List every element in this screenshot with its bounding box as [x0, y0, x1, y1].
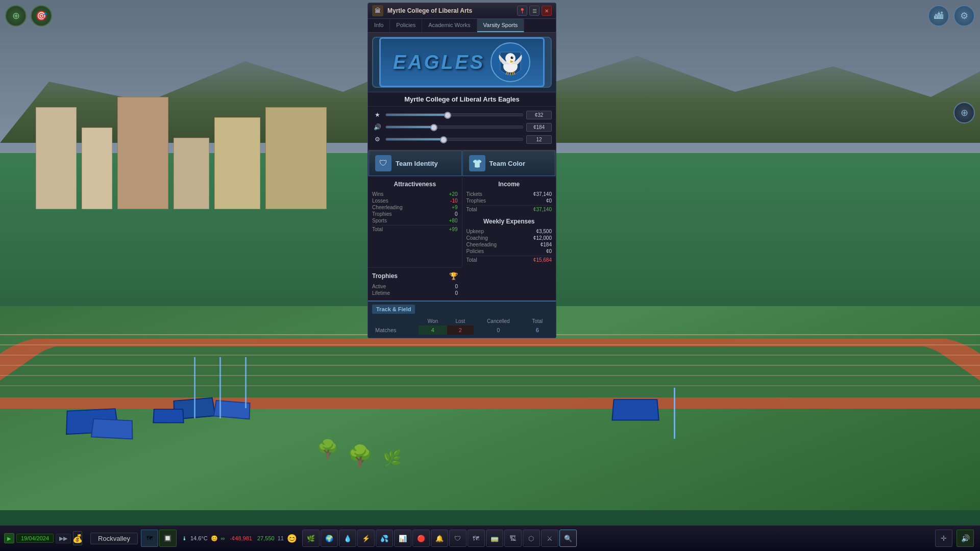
th-won: Won [419, 317, 447, 325]
team-color-button[interactable]: 👕 Team Color [462, 151, 556, 176]
stat-total-income-value: ¢37,140 [533, 207, 552, 212]
menu-button[interactable]: ⊕ [5, 5, 27, 27]
tool-zone[interactable]: 🌍 [321, 530, 338, 547]
row-matches-lost: 2 [447, 325, 474, 335]
stat-active-label: Active [372, 284, 386, 289]
stat-coaching: Coaching ¢12,000 [467, 235, 552, 241]
play-button[interactable]: ▶ [4, 533, 14, 543]
stat-trophies-attr-value: 0 [455, 211, 458, 217]
tab-info[interactable]: Info [368, 19, 390, 32]
stat-trophies-attr: Trophies 0 [372, 211, 458, 217]
tool-alert[interactable]: 🔔 [431, 530, 448, 547]
stat-upkeep: Upkeep ¢3,500 [467, 228, 552, 235]
toolbar-icons: 🌿 🌍 💧 ⚡ 💦 📊 🔴 🔔 🛡 🗺 🚃 🏗 ⬡ ⚔ 🔍 [302, 530, 577, 547]
move-button[interactable]: ✛ [935, 530, 952, 547]
panel-title-icons: 📍 ☰ ✕ [517, 6, 552, 16]
slider-fill-2 [386, 126, 434, 128]
tool-map[interactable]: 🗺 [468, 530, 485, 547]
stat-coaching-label: Coaching [467, 235, 488, 241]
stats-row: Attractiveness Wins +20 Losses -10 Cheer… [368, 177, 556, 267]
stat-policies-exp-value: ¢0 [546, 248, 552, 254]
eagle-mascot-svg [490, 42, 531, 83]
panel-close-button[interactable]: ✕ [542, 6, 552, 16]
zone-button[interactable]: 🔲 [159, 530, 177, 547]
tool-bulldoze[interactable]: ⚔ [541, 530, 558, 547]
tool-stats[interactable]: 📊 [394, 530, 411, 547]
slider-track-1[interactable] [385, 113, 523, 116]
tool-police[interactable]: 🛡 [449, 530, 467, 547]
slider-value-2: ¢184 [526, 123, 552, 132]
volume-button[interactable]: 🔊 [957, 530, 974, 547]
stat-policies-exp: Policies ¢0 [467, 248, 552, 255]
stat-cheerleading-exp: Cheerleading ¢184 [467, 241, 552, 248]
panel-titlebar: 🏛 Myrtle College of Liberal Arts 📍 ☰ ✕ [368, 3, 556, 19]
stat-total-attr-value: +99 [449, 227, 458, 232]
compass-icon[interactable]: ⊕ [953, 102, 975, 123]
tool-disaster[interactable]: 🔴 [412, 530, 430, 547]
th-lost: Lost [447, 317, 474, 325]
tool-search[interactable]: 🔍 [559, 530, 577, 547]
trophy-icon: 🏆 [449, 272, 458, 280]
top-left-ui: ⊕ 🎯 [5, 5, 52, 27]
income-title: Income [467, 181, 552, 188]
stat-total-income-label: Total [467, 207, 477, 212]
slider-value-1: ¢32 [526, 111, 552, 119]
sports-table-header: Won Lost Cancelled Total [372, 317, 552, 325]
stats-display: 🌡 14.6°C 😊 ∞ -¢48,981 27,550 11 😊 [182, 534, 297, 543]
tool-build[interactable]: 🏗 [504, 530, 522, 547]
taskbar: ▶ 19/04/2024 ▶▶ 💰 Rockvalley 🗺 🔲 🌡 14.6°… [0, 525, 980, 551]
panel-title-left: 🏛 Myrtle College of Liberal Arts [372, 5, 472, 16]
target-button[interactable]: 🎯 [31, 5, 52, 27]
stat-total-attr: Total +99 [372, 225, 458, 233]
speed-display: 11 [278, 535, 284, 541]
stat-lifetime-label: Lifetime [372, 290, 390, 296]
stat-total-attr-label: Total [372, 227, 383, 232]
panel-title: Myrtle College of Liberal Arts [387, 7, 472, 14]
skip-button[interactable]: ▶▶ [56, 534, 71, 543]
tool-power[interactable]: ⚡ [357, 530, 375, 547]
city-view-button[interactable]: 🏙 [928, 5, 949, 27]
minimap-button[interactable]: 🗺 [141, 530, 158, 547]
date-display: 19/04/2024 [16, 534, 54, 543]
tool-landscape[interactable]: 🌿 [302, 530, 320, 547]
tool-hex[interactable]: ⬡ [523, 530, 540, 547]
tool-road[interactable]: 💧 [339, 530, 356, 547]
stat-policies-exp-label: Policies [467, 248, 484, 254]
stat-total-exp-label: Total [467, 257, 477, 263]
tool-transport[interactable]: 🚃 [486, 530, 503, 547]
stat-cheerleading-label: Cheerleading [372, 205, 403, 210]
slider-thumb-2[interactable] [430, 124, 437, 131]
happiness-display: ∞ [221, 535, 225, 541]
money-button[interactable]: 💰 [73, 531, 82, 545]
team-color-label: Team Color [489, 160, 526, 167]
panel-location-button[interactable]: 📍 [517, 6, 527, 16]
slider-fill-3 [386, 138, 444, 140]
stat-tickets: Tickets ¢37,140 [467, 191, 552, 197]
tab-academic-works[interactable]: Academic Works [422, 19, 477, 32]
panel-list-button[interactable]: ☰ [529, 6, 540, 16]
thermometer-icon: 🌡 [182, 535, 187, 541]
tab-policies[interactable]: Policies [390, 19, 422, 32]
stat-cheerleading: Cheerleading +9 [372, 204, 458, 211]
happiness-icon: 😊 [211, 535, 218, 542]
tool-water[interactable]: 💦 [376, 530, 393, 547]
slider-track-2[interactable] [385, 126, 523, 129]
building-icon: 🏛 [372, 5, 383, 16]
tab-varsity-sports[interactable]: Varsity Sports [477, 19, 525, 32]
slider-thumb-3[interactable] [440, 136, 447, 143]
sliders-area: ★ ¢32 🔊 ¢184 ⚙ 12 [368, 107, 556, 150]
svg-point-4 [512, 57, 513, 58]
settings-button[interactable]: ⚙ [953, 5, 975, 27]
row-matches-total: 6 [523, 325, 552, 335]
slider-fill-1 [386, 114, 448, 116]
slider-thumb-1[interactable] [444, 112, 451, 119]
slider-track-3[interactable] [385, 138, 523, 141]
team-identity-button[interactable]: 🛡 Team Identity [369, 151, 462, 176]
taskbar-left: ▶ 19/04/2024 ▶▶ 💰 [0, 531, 86, 545]
row-matches-won: 4 [419, 325, 447, 335]
stat-active-value: 0 [455, 284, 458, 289]
th-cancelled: Cancelled [474, 317, 523, 325]
stat-trophies-income-label: Trophies [467, 198, 486, 204]
location-icon: 📍 [519, 8, 525, 14]
income-section: Income Tickets ¢37,140 Trophies ¢0 Total… [462, 177, 556, 267]
